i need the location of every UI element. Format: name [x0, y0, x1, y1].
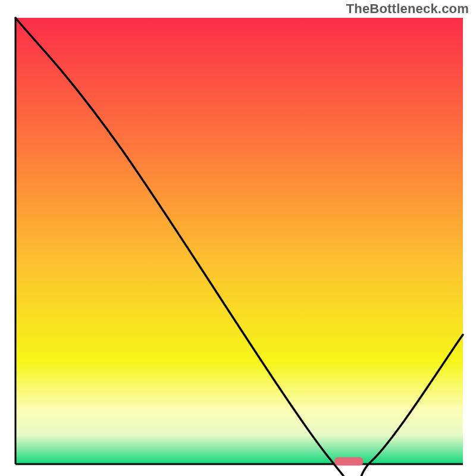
plot-background — [15, 18, 463, 464]
bottleneck-chart — [0, 0, 476, 476]
optimal-range-marker — [334, 458, 363, 466]
watermark-label: TheBottleneck.com — [346, 1, 469, 17]
chart-container: TheBottleneck.com — [0, 0, 476, 476]
